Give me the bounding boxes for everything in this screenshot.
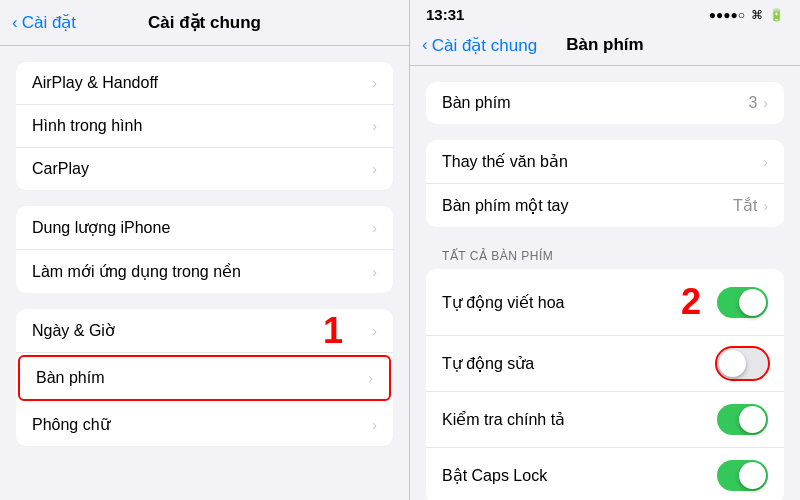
battery-icon: 🔋 (769, 8, 784, 22)
auto-correct-item[interactable]: Tự động sửa (426, 336, 784, 392)
storage-label: Dung lượng iPhone (32, 218, 170, 237)
one-handed-keyboard-item[interactable]: Bàn phím một tay Tắt › (426, 184, 784, 227)
chevron-icon: › (372, 161, 377, 177)
chevron-icon: › (372, 417, 377, 433)
auto-capitalize-toggle[interactable] (717, 287, 768, 318)
keyboard-count-item[interactable]: Bàn phím 3 › (426, 82, 784, 124)
text-options-group: Thay thế văn bản › Bàn phím một tay Tắt … (426, 140, 784, 227)
auto-capitalize-control: 2 (681, 281, 768, 323)
keyboard-menu-item[interactable]: Bàn phím › (18, 355, 391, 401)
left-panel: ‹ Cài đặt Cài đặt chung AirPlay & Handof… (0, 0, 410, 500)
chevron-icon: › (372, 220, 377, 236)
list-item[interactable]: Làm mới ứng dụng trong nền › (16, 250, 393, 293)
one-handed-label: Bàn phím một tay (442, 196, 569, 215)
carplay-label: CarPlay (32, 160, 89, 178)
chevron-icon: › (763, 95, 768, 111)
left-group-1: AirPlay & Handoff › Hình trong hình › Ca… (16, 62, 393, 190)
status-time: 13:31 (426, 6, 464, 23)
text-replace-label: Thay thế văn bản (442, 152, 568, 171)
list-item[interactable]: CarPlay › (16, 148, 393, 190)
left-group-2: Dung lượng iPhone › Làm mới ứng dụng tro… (16, 206, 393, 293)
text-replace-value: › (763, 154, 768, 170)
left-content: AirPlay & Handoff › Hình trong hình › Ca… (0, 46, 409, 500)
caps-lock-toggle[interactable] (717, 460, 768, 491)
chevron-icon: › (763, 154, 768, 170)
spell-check-item[interactable]: Kiểm tra chính tả (426, 392, 784, 448)
left-back-label[interactable]: Cài đặt (22, 12, 76, 33)
datetime-label: Ngày & Giờ (32, 321, 115, 340)
keyboard-count-number: 3 (748, 94, 757, 112)
text-replace-item[interactable]: Thay thế văn bản › (426, 140, 784, 184)
status-icons: ●●●●○ ⌘ 🔋 (709, 8, 784, 22)
status-bar: 13:31 ●●●●○ ⌘ 🔋 (410, 0, 800, 27)
list-item[interactable]: Dung lượng iPhone › (16, 206, 393, 250)
toggle-knob (739, 289, 766, 316)
spell-check-label: Kiểm tra chính tả (442, 410, 565, 429)
chevron-icon: › (372, 75, 377, 91)
caps-lock-label: Bật Caps Lock (442, 466, 547, 485)
all-keyboards-section-header: TẤT CẢ BÀN PHÍM (410, 243, 800, 269)
spell-check-toggle[interactable] (717, 404, 768, 435)
signal-icon: ●●●●○ (709, 8, 745, 22)
toggle-knob (739, 462, 766, 489)
left-title: Cài đặt chung (148, 12, 261, 33)
airplay-handoff-label: AirPlay & Handoff (32, 74, 158, 92)
right-content: Bàn phím 3 › Thay thế văn bản › Bàn phím… (410, 66, 800, 500)
keyboard-item-label: Bàn phím (442, 94, 510, 112)
auto-correct-label: Tự động sửa (442, 354, 534, 373)
list-item[interactable]: Hình trong hình › (16, 105, 393, 148)
keyboard-label: Bàn phím (36, 369, 104, 387)
right-header: ‹ Cài đặt chung Bàn phím (410, 27, 800, 66)
chevron-icon: › (372, 264, 377, 280)
one-handed-value: Tắt › (733, 196, 768, 215)
right-panel: 13:31 ●●●●○ ⌘ 🔋 ‹ Cài đặt chung Bàn phím… (410, 0, 800, 500)
toggles-group: Tự động viết hoa 2 Tự động sửa Kiểm tra … (426, 269, 784, 500)
caps-lock-item[interactable]: Bật Caps Lock (426, 448, 784, 500)
left-header: ‹ Cài đặt Cài đặt chung (0, 0, 409, 46)
picture-in-picture-label: Hình trong hình (32, 117, 142, 135)
chevron-icon: › (368, 370, 373, 386)
toggle-knob (719, 350, 746, 377)
keyboard-count-value: 3 › (748, 94, 768, 112)
one-handed-status: Tắt (733, 196, 757, 215)
font-label: Phông chữ (32, 415, 110, 434)
chevron-icon: › (763, 198, 768, 214)
right-back-chevron: ‹ (422, 35, 428, 55)
left-group-3: Ngày & Giờ 1 › Bàn phím › Phông chữ › (16, 309, 393, 446)
wifi-icon: ⌘ (751, 8, 763, 22)
list-item[interactable]: Phông chữ › (16, 403, 393, 446)
left-back-button[interactable]: ‹ Cài đặt (12, 12, 76, 33)
keyboard-group: Bàn phím 3 › (426, 82, 784, 124)
auto-correct-toggle[interactable] (717, 348, 768, 379)
list-item[interactable]: Ngày & Giờ 1 › (16, 309, 393, 353)
chevron-icon: › (372, 118, 377, 134)
chevron-icon: › (372, 323, 377, 339)
number-1-badge: 1 (323, 310, 343, 352)
background-refresh-label: Làm mới ứng dụng trong nền (32, 262, 241, 281)
right-title: Bàn phím (566, 35, 643, 55)
right-back-button[interactable]: ‹ Cài đặt chung (422, 35, 537, 56)
number-2-badge: 2 (681, 281, 701, 323)
left-back-chevron: ‹ (12, 13, 18, 33)
auto-capitalize-item[interactable]: Tự động viết hoa 2 (426, 269, 784, 336)
list-item[interactable]: AirPlay & Handoff › (16, 62, 393, 105)
right-back-label[interactable]: Cài đặt chung (432, 35, 537, 56)
toggle-knob (739, 406, 766, 433)
auto-capitalize-label: Tự động viết hoa (442, 293, 565, 312)
